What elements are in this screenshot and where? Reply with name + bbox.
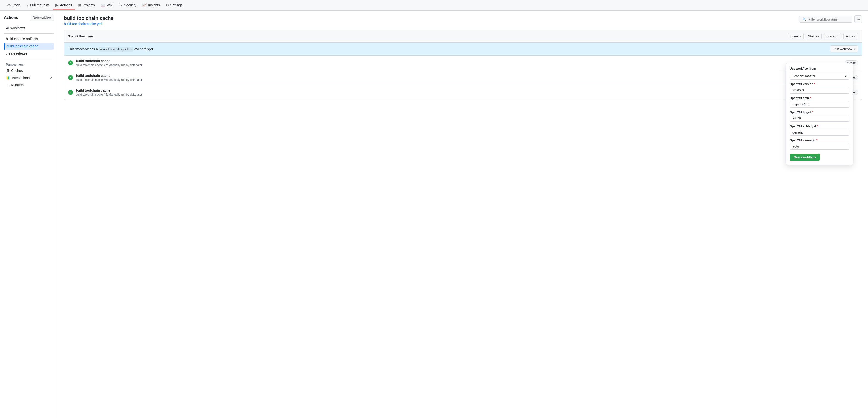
page-subtitle: build-toolchain-cache.yml xyxy=(64,22,113,26)
runs-filters: Event ▾ Status ▾ Branch ▾ Actor ▾ xyxy=(788,33,858,39)
sidebar-item-runners[interactable]: ☰ Runners xyxy=(4,82,54,89)
nav-projects-label: Projects xyxy=(83,3,95,7)
search-icon: 🔍 xyxy=(802,18,806,21)
run-status-success-icon: ✓ xyxy=(68,90,73,95)
filter-runs-input[interactable] xyxy=(808,18,849,21)
app-layout: Actions New workflow All workflows build… xyxy=(0,11,868,418)
run-status-success-icon: ✓ xyxy=(68,61,73,65)
sidebar-item-build-module-artifacts[interactable]: build module artifacts xyxy=(4,36,54,42)
runs-header: 3 workflow runs Event ▾ Status ▾ Branch … xyxy=(64,30,862,42)
nav-insights[interactable]: 📈 Insights xyxy=(139,1,163,10)
attestations-label: Attestations xyxy=(12,76,30,80)
table-row[interactable]: ✓ build toolchain cache build toolchain … xyxy=(64,85,862,100)
nav-actions[interactable]: ▶ Actions xyxy=(53,1,75,10)
sidebar-item-create-release[interactable]: create release xyxy=(4,50,54,57)
branch-filter-button[interactable]: Branch ▾ xyxy=(824,33,841,39)
security-icon: 🛡 xyxy=(119,3,123,7)
actor-filter-chevron: ▾ xyxy=(854,35,856,37)
dispatch-event-code: workflow_dispatch xyxy=(99,47,133,51)
run-name: build toolchain cache xyxy=(76,89,845,93)
runners-label: Runners xyxy=(11,83,24,87)
sidebar-item-caches[interactable]: 🗄 Caches xyxy=(4,67,54,74)
nav-projects[interactable]: ⊞ Projects xyxy=(75,1,98,10)
top-navigation: <> Code ⑂ Pull requests ▶ Actions ⊞ Proj… xyxy=(0,0,868,11)
sidebar-divider xyxy=(4,33,54,34)
event-filter-chevron: ▾ xyxy=(800,35,801,37)
runners-icon: ☰ xyxy=(6,83,9,87)
sidebar-all-workflows[interactable]: All workflows xyxy=(4,25,54,31)
page-title: build toolchain cache xyxy=(64,15,113,21)
external-link-icon: ↗ xyxy=(50,76,52,79)
nav-settings[interactable]: ⚙ Settings xyxy=(163,1,186,10)
dispatch-banner-text: This workflow has a workflow_dispatch ev… xyxy=(68,47,154,51)
code-icon: <> xyxy=(7,3,11,7)
run-info: build toolchain cache build toolchain ca… xyxy=(76,89,845,96)
page-header-left: build toolchain cache build-toolchain-ca… xyxy=(64,15,113,26)
event-filter-label: Event xyxy=(790,34,799,38)
workflow-file-link[interactable]: build-toolchain-cache.yml xyxy=(64,22,102,26)
nav-wiki[interactable]: 📖 Wiki xyxy=(98,1,116,10)
table-row[interactable]: ✓ build toolchain cache build toolchain … xyxy=(64,56,862,70)
run-subtitle: build toolchain cache #7: Manually run b… xyxy=(76,63,845,67)
sidebar-item-attestations[interactable]: 🔰 Attestations ↗ xyxy=(4,74,54,81)
filter-input-wrapper: 🔍 xyxy=(799,16,852,23)
new-workflow-button[interactable]: New workflow xyxy=(30,14,54,21)
nav-actions-label: Actions xyxy=(60,3,72,7)
caches-icon: 🗄 xyxy=(6,69,9,73)
status-filter-button[interactable]: Status ▾ xyxy=(806,33,822,39)
run-workflow-button[interactable]: Run workflow ▾ xyxy=(830,45,858,53)
run-workflow-label: Run workflow xyxy=(833,47,852,51)
dispatch-text-before: This workflow has a xyxy=(68,47,98,51)
settings-icon: ⚙ xyxy=(166,3,169,7)
dispatch-banner: This workflow has a workflow_dispatch ev… xyxy=(64,42,862,56)
insights-icon: 📈 xyxy=(142,3,147,7)
run-workflow-chevron: ▾ xyxy=(854,48,855,50)
event-filter-button[interactable]: Event ▾ xyxy=(788,33,803,39)
status-filter-chevron: ▾ xyxy=(818,35,819,37)
more-options-button[interactable]: ··· xyxy=(855,15,862,23)
nav-code[interactable]: <> Code xyxy=(4,1,24,9)
nav-security[interactable]: 🛡 Security xyxy=(116,1,139,9)
run-info: build toolchain cache build toolchain ca… xyxy=(76,59,845,67)
wiki-icon: 📖 xyxy=(101,3,105,7)
nav-pull-requests[interactable]: ⑂ Pull requests xyxy=(24,1,53,9)
nav-insights-label: Insights xyxy=(148,3,160,7)
status-filter-label: Status xyxy=(808,34,817,38)
table-row[interactable]: ✓ build toolchain cache build toolchain … xyxy=(64,70,862,85)
sidebar-title: Actions xyxy=(4,15,18,20)
pull-request-icon: ⑂ xyxy=(26,3,29,7)
branch-filter-label: Branch xyxy=(826,34,836,38)
projects-icon: ⊞ xyxy=(78,3,81,7)
actor-filter-button[interactable]: Actor ▾ xyxy=(843,33,858,39)
branch-filter-chevron: ▾ xyxy=(837,35,839,37)
run-status-success-icon: ✓ xyxy=(68,75,73,80)
nav-security-label: Security xyxy=(124,3,136,7)
management-section-title: Management xyxy=(4,61,54,67)
run-name: build toolchain cache xyxy=(76,74,845,78)
run-subtitle: build toolchain cache #6: Manually run b… xyxy=(76,78,845,81)
run-subtitle: build toolchain cache #5: Manually run b… xyxy=(76,93,845,96)
caches-label: Caches xyxy=(11,69,23,73)
run-branch-badge: master xyxy=(845,75,858,80)
actions-icon: ▶ xyxy=(56,3,58,7)
sidebar-item-build-toolchain-cache[interactable]: build toolchain cache xyxy=(4,43,54,49)
actor-filter-label: Actor xyxy=(846,34,853,38)
sidebar: Actions New workflow All workflows build… xyxy=(0,11,58,418)
nav-wiki-label: Wiki xyxy=(107,3,113,7)
nav-pull-requests-label: Pull requests xyxy=(30,3,50,7)
page-header-right: 🔍 ··· xyxy=(799,15,862,23)
attestations-icon: 🔰 xyxy=(6,76,10,80)
run-branch-badge: master xyxy=(845,90,858,95)
run-name: build toolchain cache xyxy=(76,59,845,63)
workflow-runs-container: 3 workflow runs Event ▾ Status ▾ Branch … xyxy=(64,30,862,100)
sidebar-header: Actions New workflow xyxy=(4,14,54,21)
run-branch-badge: master xyxy=(845,61,858,65)
nav-settings-label: Settings xyxy=(170,3,183,7)
nav-code-label: Code xyxy=(12,3,21,7)
run-info: build toolchain cache build toolchain ca… xyxy=(76,74,845,81)
main-header: build toolchain cache build-toolchain-ca… xyxy=(64,15,862,26)
runs-count: 3 workflow runs xyxy=(68,34,94,38)
dispatch-text-after: event trigger. xyxy=(134,47,154,51)
main-content: build toolchain cache build-toolchain-ca… xyxy=(58,11,868,418)
